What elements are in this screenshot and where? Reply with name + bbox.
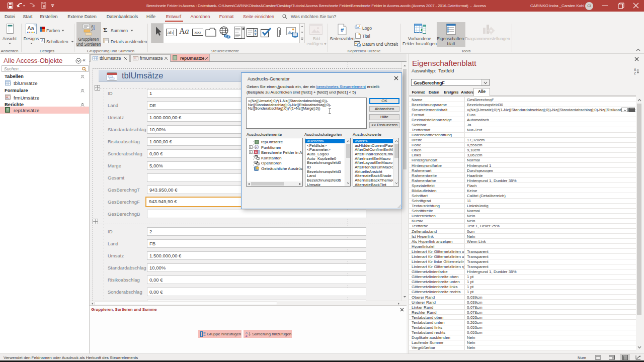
svg-text:xxxx: xxxx [195,31,202,34]
svg-text:A: A [91,25,94,28]
svg-text:A: A [246,331,248,334]
svg-text:fx: fx [255,146,258,149]
svg-text:Z: Z [246,334,248,337]
svg-text:A: A [634,68,636,71]
svg-text:A: A [41,39,44,43]
svg-text:Z: Z [634,71,636,74]
svg-text:A: A [255,151,257,154]
svg-text:ab: ab [168,30,173,35]
svg-text:#: # [341,27,344,33]
svg-text:Z: Z [91,28,93,32]
svg-text:Aa: Aa [27,25,34,31]
